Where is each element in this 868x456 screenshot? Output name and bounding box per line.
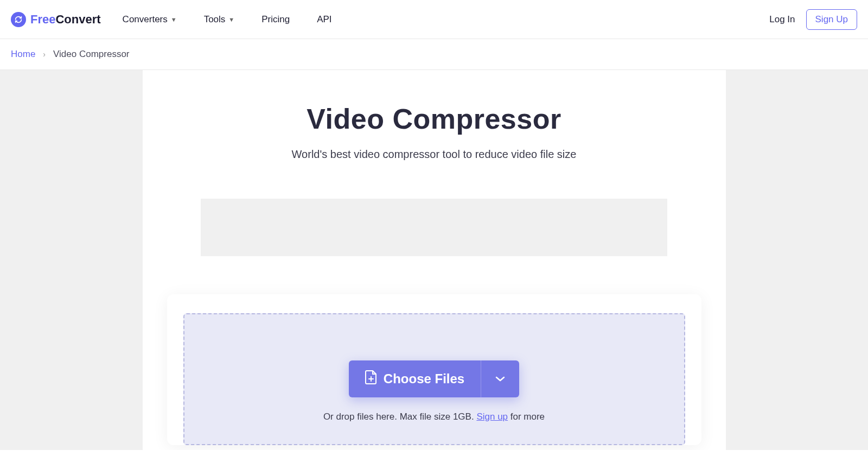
upload-card: Choose Files Or drop files here. Max fil… <box>167 294 701 445</box>
signup-button[interactable]: Sign Up <box>806 9 857 30</box>
nav-converters[interactable]: Converters ▼ <box>123 14 177 25</box>
nav-label: Pricing <box>261 14 290 25</box>
nav-api[interactable]: API <box>317 14 331 25</box>
chevron-right-icon: › <box>43 50 46 59</box>
nav-pricing[interactable]: Pricing <box>261 14 290 25</box>
choose-files-label: Choose Files <box>384 371 464 387</box>
choose-files-dropdown-button[interactable] <box>481 360 519 397</box>
logo-text: FreeConvert <box>30 12 101 27</box>
nav-label: Tools <box>204 14 226 25</box>
chevron-down-icon <box>495 375 505 383</box>
page-background: Video Compressor World's best video comp… <box>0 70 868 450</box>
login-link[interactable]: Log In <box>769 14 795 25</box>
logo-icon <box>11 12 26 27</box>
drop-hint: Or drop files here. Max file size 1GB. S… <box>184 411 684 422</box>
chevron-down-icon: ▼ <box>171 16 177 23</box>
page-subtitle: World's best video compressor tool to re… <box>143 148 726 161</box>
nav-label: API <box>317 14 331 25</box>
breadcrumb-home[interactable]: Home <box>11 49 35 60</box>
ad-placeholder <box>201 199 667 256</box>
nav-tools[interactable]: Tools ▼ <box>204 14 235 25</box>
choose-files-group: Choose Files <box>349 360 519 397</box>
page-title: Video Compressor <box>143 103 726 135</box>
main-content: Video Compressor World's best video comp… <box>143 70 726 450</box>
breadcrumb-current: Video Compressor <box>53 49 129 60</box>
breadcrumb: Home › Video Compressor <box>0 39 868 70</box>
dropzone[interactable]: Choose Files Or drop files here. Max fil… <box>183 313 685 445</box>
signup-link-inline[interactable]: Sign up <box>476 411 508 422</box>
nav-label: Converters <box>123 14 168 25</box>
drop-hint-suffix: for more <box>508 411 545 422</box>
header-right: Log In Sign Up <box>769 9 857 30</box>
logo[interactable]: FreeConvert <box>11 12 101 27</box>
header: FreeConvert Converters ▼ Tools ▼ Pricing… <box>0 0 868 39</box>
drop-hint-prefix: Or drop files here. Max file size 1GB. <box>323 411 477 422</box>
choose-files-button[interactable]: Choose Files <box>349 360 481 397</box>
nav: Converters ▼ Tools ▼ Pricing API <box>123 14 332 25</box>
file-add-icon <box>365 370 377 388</box>
chevron-down-icon: ▼ <box>228 16 234 23</box>
